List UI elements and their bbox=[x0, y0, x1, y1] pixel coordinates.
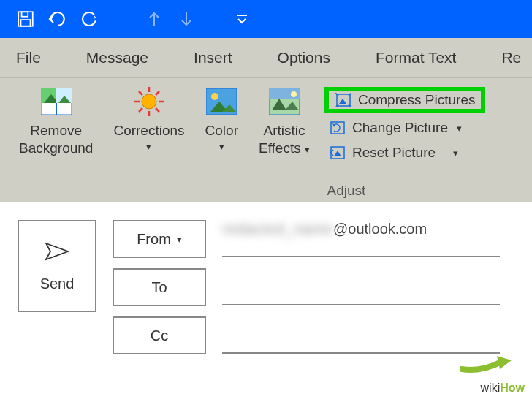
artistic-label1: Artistic bbox=[263, 122, 305, 140]
color-button[interactable]: Color ▾ bbox=[205, 86, 238, 153]
change-picture-icon bbox=[329, 119, 346, 137]
compress-label: Compress Pictures bbox=[358, 92, 476, 108]
group-label-adjust: Adjust bbox=[170, 183, 523, 199]
tab-insert[interactable]: Insert bbox=[194, 49, 232, 66]
corrections-label: Corrections bbox=[113, 122, 184, 140]
compress-icon bbox=[335, 91, 352, 109]
svg-rect-2 bbox=[21, 20, 31, 26]
svg-point-30 bbox=[291, 91, 297, 97]
save-icon[interactable] bbox=[15, 8, 37, 30]
chevron-down-icon: ▾ bbox=[219, 141, 224, 153]
wikihow-watermark: wikiHow bbox=[481, 381, 525, 395]
svg-line-21 bbox=[156, 91, 159, 95]
artistic-label2: Effects bbox=[259, 140, 301, 156]
tab-file[interactable]: File bbox=[16, 49, 41, 66]
title-bar bbox=[0, 0, 532, 38]
svg-marker-38 bbox=[497, 356, 512, 369]
sun-icon bbox=[133, 86, 165, 118]
send-button[interactable]: Send bbox=[18, 220, 96, 312]
from-visible: @outlook.com bbox=[333, 221, 427, 237]
customize-qat-icon[interactable] bbox=[231, 8, 253, 30]
how-text: How bbox=[500, 381, 525, 394]
from-value: redacted_name@outlook.com bbox=[222, 221, 500, 257]
remove-background-icon bbox=[40, 86, 72, 118]
remove-background-button[interactable]: Remove Background bbox=[19, 86, 93, 157]
redo-icon[interactable] bbox=[79, 8, 101, 30]
tab-format-text[interactable]: Format Text bbox=[376, 49, 456, 66]
wiki-text: wiki bbox=[481, 381, 501, 394]
reset-picture-label: Reset Picture bbox=[352, 145, 436, 161]
chevron-down-icon: ▾ bbox=[453, 148, 458, 159]
chevron-down-icon: ▾ bbox=[177, 234, 182, 245]
chevron-down-icon: ▾ bbox=[305, 144, 310, 155]
picture-icon bbox=[205, 86, 238, 118]
svg-point-23 bbox=[211, 93, 218, 100]
to-input[interactable] bbox=[222, 269, 500, 305]
undo-icon[interactable] bbox=[47, 8, 69, 30]
cc-label: Cc bbox=[151, 327, 168, 344]
tab-options[interactable]: Options bbox=[278, 49, 330, 66]
cc-button[interactable]: Cc bbox=[113, 316, 206, 354]
ribbon-tabs: File Message Insert Options Format Text … bbox=[0, 38, 532, 78]
from-redacted: redacted_name bbox=[222, 221, 333, 237]
chevron-down-icon: ▾ bbox=[457, 123, 462, 134]
color-label: Color bbox=[205, 122, 238, 140]
change-picture-label: Change Picture bbox=[352, 120, 448, 136]
svg-line-18 bbox=[139, 91, 142, 95]
chevron-down-icon: ▾ bbox=[146, 141, 151, 153]
svg-rect-1 bbox=[22, 12, 28, 17]
wikihow-arrow-icon bbox=[460, 353, 512, 377]
svg-point-3 bbox=[83, 12, 96, 26]
remove-bg-label1: Remove bbox=[30, 122, 82, 140]
from-label: From bbox=[137, 231, 171, 248]
up-arrow-icon[interactable] bbox=[143, 8, 165, 30]
cc-input[interactable] bbox=[222, 317, 500, 354]
svg-line-19 bbox=[156, 108, 159, 112]
from-button[interactable]: From ▾ bbox=[113, 220, 206, 258]
tab-message[interactable]: Message bbox=[86, 49, 148, 66]
to-button[interactable]: To bbox=[113, 268, 206, 306]
svg-point-13 bbox=[142, 94, 156, 109]
corrections-button[interactable]: Corrections ▾ bbox=[113, 86, 184, 153]
send-icon bbox=[45, 240, 69, 265]
svg-marker-37 bbox=[46, 243, 68, 259]
send-label: Send bbox=[40, 276, 75, 292]
svg-marker-32 bbox=[339, 99, 346, 104]
compose-area: Send From ▾ redacted_name@outlook.com To… bbox=[0, 202, 532, 354]
remove-bg-label2: Background bbox=[19, 140, 93, 157]
reset-picture-button[interactable]: Reset Picture ▾ bbox=[324, 142, 486, 163]
svg-line-20 bbox=[139, 108, 142, 112]
to-label: To bbox=[151, 279, 167, 296]
ribbon-body: Remove Background Corrections ▾ Color ▾ bbox=[0, 78, 532, 202]
change-picture-button[interactable]: Change Picture ▾ bbox=[324, 118, 486, 138]
tab-review[interactable]: Re bbox=[501, 49, 521, 66]
svg-marker-36 bbox=[334, 151, 341, 156]
artistic-icon bbox=[268, 86, 300, 118]
compress-pictures-button[interactable]: Compress Pictures bbox=[324, 87, 486, 113]
reset-picture-icon bbox=[329, 144, 346, 162]
down-arrow-icon[interactable] bbox=[175, 8, 197, 30]
artistic-effects-button[interactable]: Artistic Effects ▾ bbox=[259, 86, 310, 157]
